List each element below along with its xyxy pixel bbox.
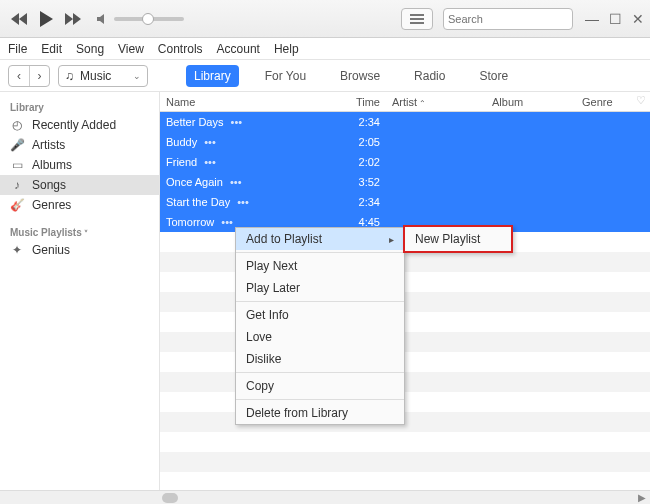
minimize-button[interactable]: — — [585, 11, 599, 27]
context-item[interactable]: Play Next — [236, 255, 404, 277]
track-time: 2:34 — [340, 116, 386, 128]
tab-radio[interactable]: Radio — [406, 65, 453, 87]
source-selector[interactable]: ♫ Music ⌄ — [58, 65, 148, 87]
context-item[interactable]: Get Info — [236, 304, 404, 326]
empty-row — [160, 412, 650, 432]
search-field[interactable] — [443, 8, 573, 30]
track-name: Tomorrow — [166, 216, 214, 228]
track-list: Name Time Artist⌃ Album Genre ♡ Better D… — [160, 92, 650, 490]
empty-row — [160, 312, 650, 332]
sidebar-item-label: Genres — [32, 198, 71, 212]
horizontal-scrollbar[interactable]: ▶ — [0, 490, 650, 504]
col-name[interactable]: Name — [160, 96, 340, 108]
scroll-right-icon[interactable]: ▶ — [638, 492, 646, 503]
prev-track-button[interactable] — [10, 12, 28, 26]
chevron-down-icon: ˅ — [84, 229, 88, 238]
sidebar-item-albums[interactable]: ▭ Albums — [0, 155, 159, 175]
forward-button[interactable]: › — [29, 66, 49, 86]
sidebar-header-playlists[interactable]: Music Playlists ˅ — [0, 223, 159, 240]
track-name: Buddy — [166, 136, 197, 148]
table-row[interactable]: Friend •••2:02 — [160, 152, 650, 172]
scrollbar-thumb[interactable] — [162, 493, 178, 503]
empty-row — [160, 272, 650, 292]
close-button[interactable]: ✕ — [632, 11, 644, 27]
empty-row — [160, 352, 650, 372]
track-time: 2:02 — [340, 156, 386, 168]
up-next-button[interactable] — [401, 8, 433, 30]
heart-column-icon[interactable]: ♡ — [636, 94, 646, 107]
col-time[interactable]: Time — [340, 96, 386, 108]
context-item[interactable]: Love — [236, 326, 404, 348]
empty-row — [160, 252, 650, 272]
menu-file[interactable]: File — [8, 42, 27, 56]
track-actions-icon[interactable]: ••• — [218, 216, 233, 228]
tab-library[interactable]: Library — [186, 65, 239, 87]
context-item[interactable]: Delete from Library — [236, 402, 404, 424]
menu-bar: File Edit Song View Controls Account Hel… — [0, 38, 650, 60]
track-time: 2:34 — [340, 196, 386, 208]
sidebar-item-label: Recently Added — [32, 118, 116, 132]
nav-row: ‹ › ♫ Music ⌄ Library For You Browse Rad… — [0, 60, 650, 92]
maximize-button[interactable]: ☐ — [609, 11, 622, 27]
genius-icon: ✦ — [10, 243, 24, 257]
track-name: Better Days — [166, 116, 223, 128]
volume-slider[interactable] — [96, 13, 184, 25]
tab-for-you[interactable]: For You — [257, 65, 314, 87]
sidebar-item-genres[interactable]: 🎸 Genres — [0, 195, 159, 215]
empty-row — [160, 372, 650, 392]
menu-controls[interactable]: Controls — [158, 42, 203, 56]
search-input[interactable] — [448, 13, 586, 25]
note-icon: ♪ — [10, 178, 24, 192]
context-item[interactable]: Add to Playlist▸ — [236, 228, 404, 250]
col-artist[interactable]: Artist⌃ — [386, 96, 486, 108]
sidebar-item-genius[interactable]: ✦ Genius — [0, 240, 159, 260]
table-row[interactable]: Once Again •••3:52 — [160, 172, 650, 192]
menu-edit[interactable]: Edit — [41, 42, 62, 56]
track-actions-icon[interactable]: ••• — [227, 116, 242, 128]
menu-help[interactable]: Help — [274, 42, 299, 56]
sidebar-item-label: Artists — [32, 138, 65, 152]
sidebar-item-recently-added[interactable]: ◴ Recently Added — [0, 115, 159, 135]
tab-browse[interactable]: Browse — [332, 65, 388, 87]
track-name: Start the Day — [166, 196, 230, 208]
title-bar: — ☐ ✕ — [0, 0, 650, 38]
menu-view[interactable]: View — [118, 42, 144, 56]
sidebar-item-artists[interactable]: 🎤 Artists — [0, 135, 159, 155]
track-actions-icon[interactable]: ••• — [227, 176, 242, 188]
table-row[interactable]: Better Days •••2:34 — [160, 112, 650, 132]
tab-store[interactable]: Store — [471, 65, 516, 87]
track-actions-icon[interactable]: ••• — [201, 136, 216, 148]
back-button[interactable]: ‹ — [9, 66, 29, 86]
play-button[interactable] — [38, 10, 54, 28]
context-menu: Add to Playlist▸Play NextPlay LaterGet I… — [235, 227, 405, 425]
context-item[interactable]: Play Later — [236, 277, 404, 299]
sidebar-item-label: Albums — [32, 158, 72, 172]
guitar-icon: 🎸 — [10, 198, 24, 212]
col-album[interactable]: Album — [486, 96, 576, 108]
track-actions-icon[interactable]: ••• — [234, 196, 249, 208]
album-icon: ▭ — [10, 158, 24, 172]
column-headers: Name Time Artist⌃ Album Genre ♡ — [160, 92, 650, 112]
chevron-updown-icon: ⌄ — [133, 71, 141, 81]
next-track-button[interactable] — [64, 12, 82, 26]
track-actions-icon[interactable]: ••• — [201, 156, 216, 168]
sidebar: Library ◴ Recently Added 🎤 Artists ▭ Alb… — [0, 92, 160, 490]
context-item[interactable]: Dislike — [236, 348, 404, 370]
empty-row — [160, 292, 650, 312]
context-submenu-item[interactable]: New Playlist — [405, 227, 511, 251]
clock-icon: ◴ — [10, 118, 24, 132]
table-row[interactable]: Buddy •••2:05 — [160, 132, 650, 152]
menu-song[interactable]: Song — [76, 42, 104, 56]
sidebar-header-library: Library — [0, 98, 159, 115]
context-item[interactable]: Copy — [236, 375, 404, 397]
mic-icon: 🎤 — [10, 138, 24, 152]
empty-row — [160, 472, 650, 490]
speaker-icon — [96, 13, 108, 25]
empty-row — [160, 432, 650, 452]
sidebar-item-label: Genius — [32, 243, 70, 257]
sidebar-item-songs[interactable]: ♪ Songs — [0, 175, 159, 195]
table-row[interactable]: Start the Day •••2:34 — [160, 192, 650, 212]
track-name: Once Again — [166, 176, 223, 188]
menu-account[interactable]: Account — [217, 42, 260, 56]
submenu-arrow-icon: ▸ — [389, 234, 394, 245]
